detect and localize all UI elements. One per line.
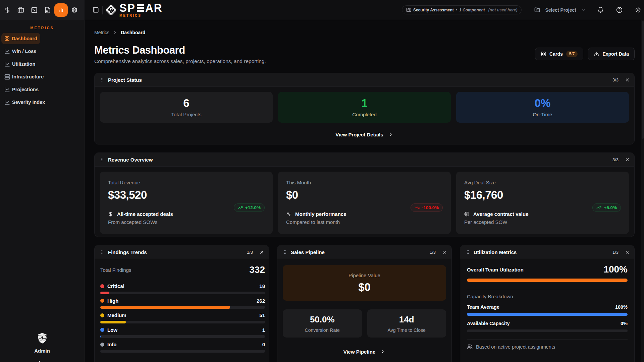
close-icon[interactable] [442,250,447,255]
chart-line-icon [4,61,10,67]
brand-sub: METRICS [119,14,163,17]
sidebar-item-label: Infrastructure [12,74,44,79]
terminal-nav-icon[interactable] [28,3,41,17]
sidebar-item-label: Utilization [12,61,35,67]
sidebar-item-utilization[interactable]: Utilization [1,58,38,70]
team-average-label: Team Average [467,304,499,310]
context-separator: • [456,8,457,12]
users-icon [467,344,473,350]
card-title: Sales Pipeline [291,249,426,255]
total-projects-stat: 6 Total Projects [100,92,273,123]
drag-grip-icon[interactable] [283,250,287,254]
metric-label: Avg Deal Size [464,180,621,185]
notifications-bell-icon[interactable] [594,4,606,16]
available-capacity-label: Available Capacity [467,321,510,326]
sidebar-item-infrastructure[interactable]: Infrastructure [1,71,47,82]
footer-label: View Project Details [335,132,383,137]
close-icon[interactable] [625,250,630,255]
theme-toggle-sun-icon[interactable] [632,4,644,16]
briefcase-nav-icon[interactable] [14,3,28,17]
stat-value: 1 [361,98,367,109]
folder-icon [406,7,411,12]
findings-trends-card: Findings Trends 1/3 Total Findings 332 [94,245,269,362]
export-data-button[interactable]: Export Data [588,48,635,60]
file-nav-icon[interactable] [41,3,54,17]
finding-row-high: High 262 [100,298,265,309]
main-content: Metrics Dashboard Metrics Dashboard Comp… [85,20,644,362]
conversion-rate-stat: 50.0% Conversion Rate [283,309,362,338]
cards-button[interactable]: Cards 5/7 [535,48,583,60]
utilization-note: Based on active project assignments [467,344,628,350]
drag-grip-icon[interactable] [100,77,105,82]
overall-utilization-bar [467,279,628,282]
severity-dot [100,343,104,347]
severity-label: Info [107,342,259,347]
chevron-down-icon [581,7,586,12]
card-count: 1/3 [430,250,436,255]
brand-name: SPAR [119,3,163,12]
select-project-dropdown[interactable]: Select Project [534,7,586,13]
note-label: Based on active project assignments [476,344,555,350]
logo-e-bars [137,4,144,12]
completed-stat: 1 Completed [278,92,451,123]
severity-bar [100,321,265,323]
sidebar-toggle-icon[interactable] [93,7,99,13]
view-project-details-link[interactable]: View Project Details [100,123,629,144]
page-subtitle: Comprehensive analytics across sales, pr… [94,58,266,64]
sidebar-item-label: Win / Loss [12,49,36,54]
scrollbar[interactable] [641,20,644,362]
total-findings-value: 332 [249,264,265,275]
project-context-pill[interactable]: Security Assessment • 1 Component (not u… [402,5,522,14]
change-badge: -100.0% [411,203,443,212]
severity-value: 1 [262,327,265,333]
revenue-overview-card: Revenue Overview 3/3 Total Revenue $33,5… [94,153,635,237]
metrics-nav-icon[interactable] [54,3,68,17]
dollar-icon [108,212,113,217]
card-count: 1/3 [247,250,253,255]
stat-label: On-Time [533,112,552,117]
metric-value: $33,520 [108,189,265,201]
stat-label: Conversion Rate [305,327,340,333]
metric-desc: Average contract value [473,211,529,217]
help-icon[interactable] [613,4,625,16]
layout-grid-icon [4,36,10,41]
close-icon[interactable] [259,250,264,255]
breadcrumb-current: Dashboard [121,30,145,35]
severity-label: High [107,298,254,304]
server-icon [4,74,10,80]
sidebar-item-projections[interactable]: Projections [1,84,42,95]
breadcrumb-root[interactable]: Metrics [94,30,109,35]
sales-pipeline-card: Sales Pipeline 1/3 Pipeline Value $0 50.… [277,245,452,362]
folder-kanban-icon [534,7,540,13]
sidebar-item-dashboard[interactable]: Dashboard [1,33,40,44]
severity-dot [100,328,104,332]
context-note: (not used here) [488,8,518,12]
close-icon[interactable] [625,77,630,82]
card-count: 3/3 [612,77,619,82]
cards-count-badge: 5/7 [566,51,578,57]
severity-dot [100,299,104,303]
severity-dot [100,284,104,288]
scrollbar-thumb[interactable] [642,21,644,139]
metric-subtext: Per accepted SOW [464,219,507,225]
drag-grip-icon[interactable] [466,250,470,254]
severity-bar [100,350,265,353]
sidebar-item-severity-index[interactable]: Severity Index [1,97,48,108]
sidebar-user[interactable]: Admin [0,332,84,362]
metric-value: $16,760 [464,189,621,201]
sidebar-item-win-loss[interactable]: Win / Loss [1,46,39,57]
drag-grip-icon[interactable] [100,250,105,254]
finding-row-info: Info 0 [100,342,265,353]
view-pipeline-link[interactable]: View Pipeline [283,348,446,356]
close-icon[interactable] [625,157,630,162]
dollar-nav-icon[interactable] [1,3,14,17]
team-average-bar [467,313,628,316]
metric-label: This Month [286,180,443,185]
stat-label: Total Projects [171,112,201,117]
finding-row-medium: Medium 51 [100,312,265,323]
severity-value: 51 [259,312,265,318]
sidebar: METRICS Dashboard Win / Loss Utilization… [0,20,85,362]
chart-line-icon [4,49,10,54]
drag-grip-icon[interactable] [100,157,105,162]
settings-nav-icon[interactable] [68,3,81,17]
